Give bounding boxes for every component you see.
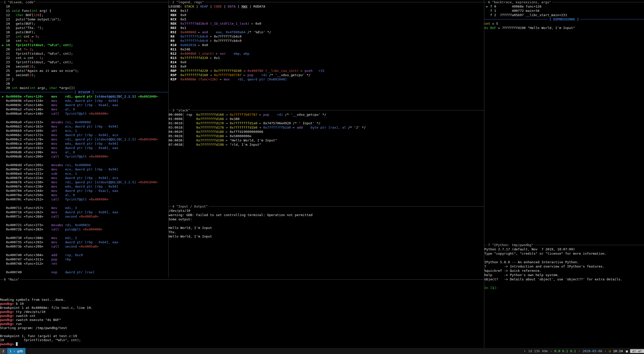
text-segment: ► 0x40068e <func+126> mov rdi, qword ptr… — [0, 95, 97, 98]
text-segment: mov — [51, 236, 65, 240]
text-segment: dword ptr [rbp - 0xa8], eax — [65, 146, 118, 150]
terminal-line — [0, 201, 168, 206]
terminal-line: 22 cnt = cnt - 1; — [0, 56, 168, 60]
pane-stack[interactable]: 3 "stack" 00:0000│ rsp 0x7fffffffd160 → … — [169, 108, 484, 204]
pane-input-output[interactable]: 4 "Input / Output" /dev/pts/10warning: G… — [169, 204, 484, 277]
pane-legend-regs[interactable]: 2 "legend, regs" LEGEND: STACK | HEAP | … — [169, 0, 484, 108]
text-segment: 0x7fffffffd180 — [196, 130, 224, 134]
window-name: gdb — [17, 349, 23, 353]
date-text: 2020-03-06 — [583, 349, 602, 353]
terminal-line: 0x4006d8 <func+200> call fprintf@plt <0x… — [0, 154, 168, 159]
terminal-line — [0, 116, 168, 120]
text-segment: mov — [51, 167, 65, 171]
text-segment: 10 — [0, 5, 12, 8]
text-segment: ]: — [494, 286, 500, 290]
terminal-line: 26 second(2); — [0, 73, 168, 77]
text-segment: int — [12, 86, 18, 90]
text-segment: /* '__vdso_getcpu' */ — [283, 113, 326, 116]
pane-main-gdb-console[interactable]: 0 "Main" Reading symbols from test...don… — [0, 277, 484, 348]
text-segment: R12 — [169, 52, 180, 55]
text-segment: 0x246 — [180, 47, 190, 51]
pane-backtrace-expressions[interactable]: 6 "backtrace, expressions, args" ► f 0 4… — [484, 0, 644, 243]
terminal-line: 0x4006fe <func+238> mov edx, dword ptr [… — [0, 184, 168, 189]
terminal-line: R8 0x7ffff7fcb4c0 ← 0x7ffff7fcb4c0 — [169, 34, 484, 39]
text-segment: | — [208, 5, 214, 8]
text-segment: | — [222, 5, 228, 8]
terminal-line: ► 0x40068e <func+126> mov rdi, qword ptr… — [0, 94, 168, 99]
terminal-line: 0x400696 <func+134> mov edx, dword ptr [… — [0, 99, 168, 103]
terminal-line: ? -> Introduction and overview of IPytho… — [484, 264, 644, 269]
text-segment: main( — [18, 86, 29, 90]
text-segment: 0x7fffffffd1b0 — [230, 126, 257, 129]
terminal-line: 10 — [0, 4, 168, 9]
text-segment: ecx, 1 — [65, 172, 77, 175]
pane-ipython[interactable]: 7 "IPython: tmp/pwndbg" Python 2.7.17 (d… — [484, 243, 644, 348]
terminal-line: 18 cnt += 5; — [0, 39, 168, 43]
text-segment: int — [29, 86, 35, 90]
text-segment: eax, 0x4f000a64 — [216, 30, 245, 34]
session-indicator[interactable]: 2 — [0, 348, 7, 354]
text-segment: pwndbg> — [0, 302, 16, 306]
text-segment: │ — [182, 121, 196, 125]
text-segment: void — [12, 9, 20, 13]
terminal-line — [0, 294, 484, 298]
terminal-line: Type "copyright", "credits" or "license"… — [484, 251, 644, 256]
terminal-line: R10 0x602010 ← 0x0 — [169, 43, 484, 47]
text-segment: │ — [182, 130, 196, 134]
text-segment: 0x400696 <func+134> — [0, 99, 51, 103]
text-segment: pwndbg> — [0, 342, 16, 346]
text-segment: In [ — [484, 286, 492, 290]
terminal-line: %quickref -> Quick reference. — [484, 269, 644, 273]
terminal-line: pwndbg> cwatch execute "ds BUF" — [0, 318, 484, 322]
terminal-line: Breakpoint 1, func (arg=5) at test.c:19 — [0, 334, 484, 338]
text-segment: 23 fprintf(stdout, "%d\n", cnt); — [0, 60, 73, 64]
text-segment: | — [194, 5, 200, 8]
text-segment: 0x400730 <func+288> — [0, 236, 51, 240]
text-segment: 0x4006b3 <func+163> — [0, 125, 51, 128]
text-segment: rdi — [277, 113, 283, 116]
text-segment: │ — [182, 117, 196, 121]
terminal-line — [0, 282, 484, 286]
middle-column: 2 "legend, regs" LEGEND: STACK | HEAP | … — [168, 0, 484, 277]
text-segment: | — [236, 5, 241, 8]
text-segment: mov — [51, 176, 65, 180]
expressions-section-separator: [ EXPRESSIONS ] — [484, 17, 644, 21]
text-segment: RBX — [169, 13, 180, 17]
watch-expressions: cnt = 5ds BUF = 7fffffffd190 "Hello Worl… — [484, 21, 644, 30]
text-segment: func( — [20, 9, 31, 13]
terminal-line: 06:0030│ 0x7fffffffd190 ← "Hello World, … — [169, 138, 484, 142]
text-segment: 22 cnt = cnt — [0, 56, 36, 60]
terminal-line — [0, 330, 484, 334]
pane-title-legend-regs: 2 "legend, regs" — [172, 0, 205, 4]
window-tab-gdb[interactable]: 1 › gdb — [7, 348, 25, 354]
text-segment: ← — [242, 73, 247, 77]
text-segment: *argv[]) — [57, 86, 75, 90]
text-segment: = 5 — [490, 22, 498, 25]
terminal-line: RIP 0x40068e (func+126) ← mov rdi, qword… — [169, 77, 484, 81]
text-segment: 0x40072b <func+283> — [0, 227, 51, 231]
text-segment: tty /dev/pts/10 — [16, 310, 45, 314]
terminal-line: 0x400748 <func+312> ret — [0, 261, 168, 266]
text-segment: 0x4006ed <func+221> — [0, 172, 51, 175]
text-segment: 16 puts(BUF); — [0, 30, 36, 34]
terminal-line: 0x40071c <func+268> call second <0x4005a… — [0, 214, 168, 219]
text-segment: 25 puts("Again as it was so nice"); — [0, 69, 79, 73]
text-segment: 02:0010 — [169, 121, 182, 125]
pane-border-line — [20, 279, 484, 280]
text-segment: 0x7ffff7b97787 — [214, 73, 242, 77]
text-segment: *= 2 — [24, 47, 31, 51]
terminal-line: 0x400747 <func+311> pop rbp — [0, 257, 168, 261]
text-segment: 0x7fffffffd190 — [196, 138, 224, 142]
pane-title-backtrace: 6 "backtrace, expressions, args" — [487, 0, 552, 4]
text-segment: mov — [51, 206, 65, 210]
terminal-line: warning: GDB: Failed to set controlling … — [169, 213, 484, 217]
text-segment: pwndbg> — [0, 322, 16, 326]
text-segment: mov — [51, 142, 65, 145]
terminal-line: RDX 0x7ffff7dd18c0 (_IO_stdfile_1_lock) … — [169, 21, 484, 26]
terminal-line: Breakpoint 1 at 0x40068e: file test.c, l… — [0, 306, 484, 310]
text-segment: and — [202, 30, 216, 34]
pane-disasm-code[interactable]: 1 "disasm, code" 10 11 void func(int arg… — [0, 0, 168, 277]
terminal-line: 29 int main(int argc, char *argv[]) — [0, 86, 168, 90]
pane-border-line — [552, 2, 644, 2]
terminal-line: /dev/pts/10 — [169, 209, 484, 213]
